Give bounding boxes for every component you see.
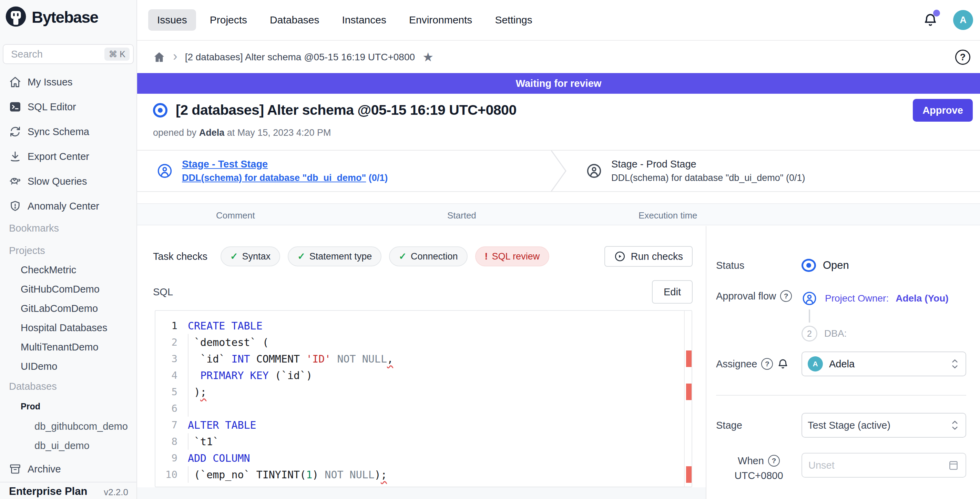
tab-databases[interactable]: Databases <box>261 9 328 31</box>
tab-projects[interactable]: Projects <box>201 9 256 31</box>
stage-name-link[interactable]: Stage - Test Stage <box>182 159 388 170</box>
approver-name[interactable]: Adela (You) <box>896 293 948 304</box>
code-line[interactable]: 6 <box>156 400 683 416</box>
sidebar-item-archive[interactable]: Archive <box>0 457 137 482</box>
assignee-select[interactable]: A Adela <box>802 351 966 376</box>
stage-card-prod-stage[interactable]: Stage - Prod Stage DDL(schema) for datab… <box>566 151 980 191</box>
help-icon[interactable] <box>761 358 773 370</box>
bookmark-star-icon[interactable] <box>422 50 433 64</box>
select-stepper-icon <box>950 419 959 431</box>
tab-settings[interactable]: Settings <box>486 9 541 31</box>
notification-bell-icon[interactable] <box>923 13 938 27</box>
sidebar-project-uidemo[interactable]: UIDemo <box>0 357 137 376</box>
stage-task-count: (0/1) <box>786 173 805 183</box>
sidebar-section-projects[interactable]: Projects <box>0 241 137 260</box>
help-icon[interactable] <box>955 49 970 65</box>
archive-label: Archive <box>27 464 61 475</box>
app-logo[interactable]: Bytebase <box>0 0 137 30</box>
code-text: ALTER TABLE <box>183 416 256 433</box>
error-icon: ! <box>485 251 488 262</box>
stage-value: Test Stage (active) <box>808 420 891 431</box>
sidebar-item-sync-schema[interactable]: Sync Schema <box>0 119 137 144</box>
top-navigation-bar: IssuesProjectsDatabasesInstancesEnvironm… <box>137 0 980 41</box>
code-line[interactable]: 2 `demotest` ( <box>156 334 683 350</box>
approve-button[interactable]: Approve <box>913 99 973 122</box>
run-checks-button[interactable]: Run checks <box>605 246 693 267</box>
sidebar-project-multitenantdemo[interactable]: MultiTenantDemo <box>0 337 137 357</box>
approval-step-1: Project Owner: Adela (You) <box>802 290 949 307</box>
sidebar-item-anomaly-center[interactable]: Anomaly Center <box>0 194 137 218</box>
sidebar-project-githubcomdemo[interactable]: GitHubComDemo <box>0 280 137 299</box>
code-line[interactable]: 9ADD COLUMN <box>156 450 683 466</box>
sidebar-section-bookmarks[interactable]: Bookmarks <box>0 218 137 238</box>
edit-sql-button[interactable]: Edit <box>652 280 693 304</box>
plan-label[interactable]: Enterprise Plan <box>9 485 87 497</box>
check-icon: ✓ <box>298 251 305 262</box>
notification-dot <box>933 10 940 16</box>
play-circle-icon <box>614 251 626 262</box>
issue-meta: opened by Adela at May 15, 2023 4:20 PM <box>153 127 331 138</box>
sidebar-item-sql-editor[interactable]: SQL Editor <box>0 94 137 119</box>
check-pill-syntax[interactable]: ✓Syntax <box>221 246 280 266</box>
archive-icon <box>9 463 21 475</box>
home-icon <box>9 76 21 88</box>
tab-issues[interactable]: Issues <box>148 9 196 31</box>
sidebar-project-hospital-databases[interactable]: Hospital Databases <box>0 318 137 337</box>
sidebar-item-label: Export Center <box>27 151 89 162</box>
sidebar-project-gitlabcomdemo[interactable]: GitLabComDemo <box>0 299 137 318</box>
user-avatar[interactable]: A <box>953 10 973 30</box>
check-pill-sql-review[interactable]: !SQL review <box>475 246 550 266</box>
sidebar-item-label: Anomaly Center <box>27 200 99 212</box>
status-banner: Waiting for review <box>137 73 980 94</box>
check-label: Connection <box>411 251 458 262</box>
check-pill-statement-type[interactable]: ✓Statement type <box>288 246 382 266</box>
assignee-value: Adela <box>829 358 854 370</box>
code-line[interactable]: 1CREATE TABLE <box>156 317 683 334</box>
sidebar-project-checkmetric[interactable]: CheckMetric <box>0 260 137 280</box>
chevron-right-icon: › <box>173 49 177 63</box>
assignee-avatar: A <box>808 356 823 372</box>
sidebar-database-db_githubcom_demo[interactable]: db_githubcom_demo <box>0 416 137 436</box>
assignee-row: Assignee A Adela <box>716 350 966 378</box>
calendar-icon <box>948 459 959 471</box>
code-line[interactable]: 8 `t1` <box>156 433 683 450</box>
code-line[interactable]: 3 `id` INT COMMENT 'ID' NOT NULL, <box>156 350 683 367</box>
sidebar-item-label: Sync Schema <box>27 126 89 138</box>
code-line[interactable]: 10 (`emp_no` TINYINT(1) NOT NULL); <box>156 466 683 483</box>
breadcrumb-page-title: [2 databases] Alter schema @05-15 16:19 … <box>185 52 415 63</box>
issue-header: [2 databases] Alter schema @05-15 16:19 … <box>153 102 517 118</box>
when-input-box[interactable] <box>802 453 966 478</box>
code-line[interactable]: 7ALTER TABLE <box>156 416 683 433</box>
sidebar-item-slow-queries[interactable]: Slow Queries <box>0 169 137 194</box>
column-header-started: Started <box>447 210 476 221</box>
help-icon[interactable] <box>768 455 780 467</box>
stage-card-test-stage[interactable]: Stage - Test Stage DDL(schema) for datab… <box>137 151 550 191</box>
breadcrumb: › [2 databases] Alter schema @05-15 16:1… <box>137 41 980 73</box>
breadcrumb-home-icon[interactable] <box>153 51 165 64</box>
when-timezone: UTC+0800 <box>734 470 783 482</box>
sql-editor[interactable]: 1CREATE TABLE2 `demotest` (3 `id` INT CO… <box>155 310 692 487</box>
subscribe-bell-icon[interactable] <box>777 358 789 370</box>
search-box[interactable]: ⌘ K <box>3 44 134 64</box>
code-text: CREATE TABLE <box>183 317 262 334</box>
help-icon[interactable] <box>780 290 792 302</box>
sidebar-section-databases[interactable]: Databases <box>0 377 137 396</box>
sidebar-item-my-issues[interactable]: My Issues <box>0 70 137 94</box>
approval-step-2: 2 DBA: <box>802 325 949 342</box>
page-background-strip <box>137 487 706 499</box>
when-input[interactable] <box>808 460 948 471</box>
sidebar-item-export-center[interactable]: Export Center <box>0 144 137 169</box>
stage-select[interactable]: Test Stage (active) <box>802 413 966 438</box>
stage-name: Stage - Prod Stage <box>611 159 805 170</box>
sidebar-databases-list: Proddb_githubcom_demodb_ui_demo <box>0 396 137 455</box>
tab-instances[interactable]: Instances <box>333 9 395 31</box>
issue-author[interactable]: Adela <box>199 127 225 138</box>
code-line[interactable]: 4 PRIMARY KEY (`id`) <box>156 367 683 383</box>
check-pill-connection[interactable]: ✓Connection <box>389 246 467 266</box>
code-line[interactable]: 5 ); <box>156 383 683 400</box>
issue-open-icon <box>153 103 167 118</box>
tab-environments[interactable]: Environments <box>400 9 481 31</box>
line-number: 1 <box>156 320 183 332</box>
sidebar-database-db_ui_demo[interactable]: db_ui_demo <box>0 436 137 455</box>
stage-task-link[interactable]: DDL(schema) for database "db_ui_demo" <box>182 173 366 183</box>
